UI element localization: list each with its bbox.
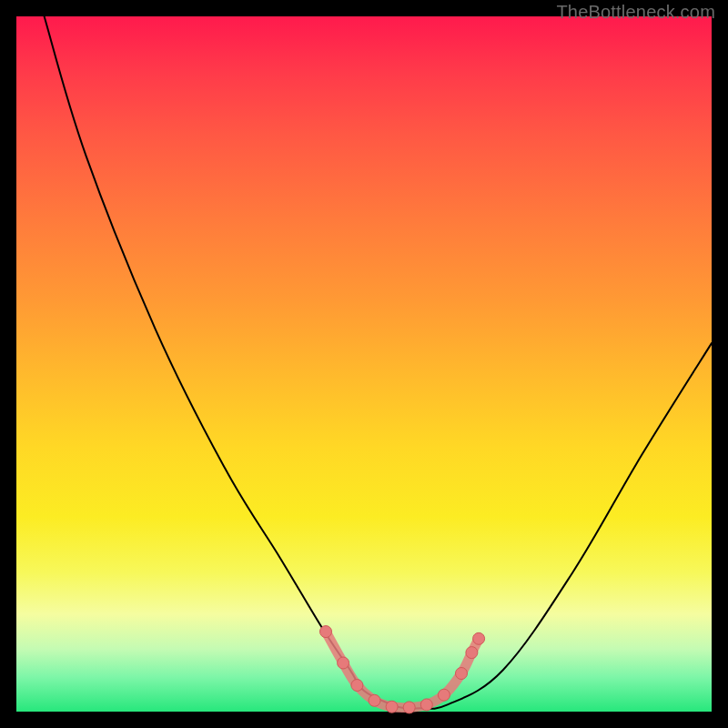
watermark-text: TheBottleneck.com xyxy=(556,2,715,23)
marker-dot xyxy=(320,626,332,638)
marker-dot xyxy=(369,694,380,706)
marker-dot xyxy=(351,680,363,692)
marker-dot xyxy=(386,701,398,713)
marker-dot xyxy=(403,702,415,713)
bottleneck-curve-svg xyxy=(16,16,712,712)
marker-dot xyxy=(438,689,450,701)
marker-dot xyxy=(466,647,478,659)
marker-dot xyxy=(473,632,485,644)
bottleneck-curve-path xyxy=(45,16,712,709)
plot-area xyxy=(16,16,712,712)
chart-frame: TheBottleneck.com xyxy=(0,0,728,728)
marker-dot xyxy=(338,657,349,669)
marker-dot xyxy=(420,699,432,711)
marker-track xyxy=(326,632,479,708)
marker-dot xyxy=(456,668,468,680)
